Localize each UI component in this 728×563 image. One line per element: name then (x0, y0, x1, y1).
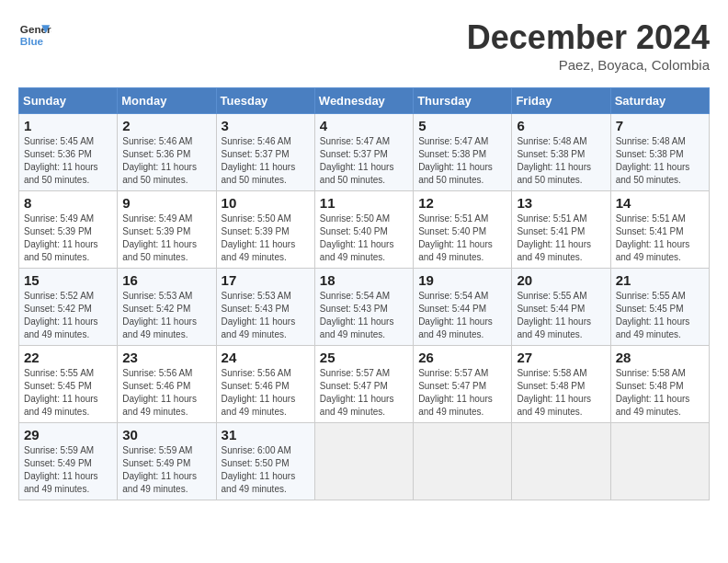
logo: General Blue (18, 18, 51, 52)
table-row (314, 423, 413, 500)
calendar-week-1: 1Sunrise: 5:45 AMSunset: 5:36 PMDaylight… (19, 114, 710, 191)
table-row (610, 423, 709, 500)
table-row: 30Sunrise: 5:59 AMSunset: 5:49 PMDayligh… (118, 423, 216, 500)
table-row: 7Sunrise: 5:48 AMSunset: 5:38 PMDaylight… (610, 114, 709, 191)
calendar-week-4: 22Sunrise: 5:55 AMSunset: 5:45 PMDayligh… (19, 346, 710, 423)
col-tuesday: Tuesday (216, 88, 314, 114)
title-block: December 2024 Paez, Boyaca, Colombia (467, 18, 710, 73)
table-row: 25Sunrise: 5:57 AMSunset: 5:47 PMDayligh… (314, 346, 413, 423)
col-saturday: Saturday (610, 88, 709, 114)
calendar-week-5: 29Sunrise: 5:59 AMSunset: 5:49 PMDayligh… (19, 423, 710, 500)
col-sunday: Sunday (19, 88, 118, 114)
page-header: General Blue December 2024 Paez, Boyaca,… (18, 18, 710, 73)
table-row: 27Sunrise: 5:58 AMSunset: 5:48 PMDayligh… (512, 346, 610, 423)
table-row: 9Sunrise: 5:49 AMSunset: 5:39 PMDaylight… (118, 191, 216, 269)
table-row: 4Sunrise: 5:47 AMSunset: 5:37 PMDaylight… (314, 114, 413, 191)
table-row: 10Sunrise: 5:50 AMSunset: 5:39 PMDayligh… (216, 191, 314, 269)
month-title: December 2024 (467, 18, 710, 57)
table-row: 14Sunrise: 5:51 AMSunset: 5:41 PMDayligh… (610, 191, 709, 269)
table-row: 28Sunrise: 5:58 AMSunset: 5:48 PMDayligh… (610, 346, 709, 423)
table-row: 3Sunrise: 5:46 AMSunset: 5:37 PMDaylight… (216, 114, 314, 191)
logo-icon: General Blue (18, 18, 51, 52)
table-row: 2Sunrise: 5:46 AMSunset: 5:36 PMDaylight… (118, 114, 216, 191)
table-row: 20Sunrise: 5:55 AMSunset: 5:44 PMDayligh… (512, 269, 610, 346)
table-row: 29Sunrise: 5:59 AMSunset: 5:49 PMDayligh… (19, 423, 118, 500)
table-row: 12Sunrise: 5:51 AMSunset: 5:40 PMDayligh… (414, 191, 512, 269)
table-row: 26Sunrise: 5:57 AMSunset: 5:47 PMDayligh… (414, 346, 512, 423)
col-wednesday: Wednesday (314, 88, 413, 114)
table-row: 24Sunrise: 5:56 AMSunset: 5:46 PMDayligh… (216, 346, 314, 423)
table-row: 8Sunrise: 5:49 AMSunset: 5:39 PMDaylight… (19, 191, 118, 269)
table-row: 13Sunrise: 5:51 AMSunset: 5:41 PMDayligh… (512, 191, 610, 269)
table-row: 19Sunrise: 5:54 AMSunset: 5:44 PMDayligh… (414, 269, 512, 346)
table-row: 17Sunrise: 5:53 AMSunset: 5:43 PMDayligh… (216, 269, 314, 346)
table-row: 11Sunrise: 5:50 AMSunset: 5:40 PMDayligh… (314, 191, 413, 269)
svg-text:Blue: Blue (20, 35, 44, 47)
table-row: 5Sunrise: 5:47 AMSunset: 5:38 PMDaylight… (414, 114, 512, 191)
table-row: 6Sunrise: 5:48 AMSunset: 5:38 PMDaylight… (512, 114, 610, 191)
calendar-week-3: 15Sunrise: 5:52 AMSunset: 5:42 PMDayligh… (19, 269, 710, 346)
table-row: 23Sunrise: 5:56 AMSunset: 5:46 PMDayligh… (118, 346, 216, 423)
calendar-header-row: Sunday Monday Tuesday Wednesday Thursday… (19, 88, 710, 114)
table-row: 22Sunrise: 5:55 AMSunset: 5:45 PMDayligh… (19, 346, 118, 423)
location-subtitle: Paez, Boyaca, Colombia (467, 57, 710, 73)
col-friday: Friday (512, 88, 610, 114)
table-row (512, 423, 610, 500)
table-row: 18Sunrise: 5:54 AMSunset: 5:43 PMDayligh… (314, 269, 413, 346)
table-row: 15Sunrise: 5:52 AMSunset: 5:42 PMDayligh… (19, 269, 118, 346)
table-row: 21Sunrise: 5:55 AMSunset: 5:45 PMDayligh… (610, 269, 709, 346)
calendar-table: Sunday Monday Tuesday Wednesday Thursday… (18, 87, 710, 500)
table-row: 1Sunrise: 5:45 AMSunset: 5:36 PMDaylight… (19, 114, 118, 191)
table-row: 31Sunrise: 6:00 AMSunset: 5:50 PMDayligh… (216, 423, 314, 500)
table-row (414, 423, 512, 500)
table-row: 16Sunrise: 5:53 AMSunset: 5:42 PMDayligh… (118, 269, 216, 346)
col-thursday: Thursday (414, 88, 512, 114)
col-monday: Monday (118, 88, 216, 114)
calendar-week-2: 8Sunrise: 5:49 AMSunset: 5:39 PMDaylight… (19, 191, 710, 269)
